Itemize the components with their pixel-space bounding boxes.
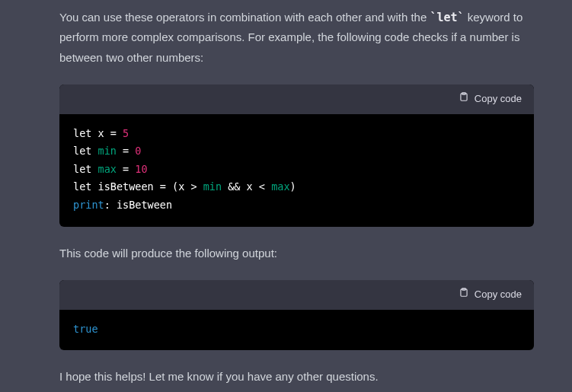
code-token: min bbox=[203, 180, 222, 193]
copy-code-button[interactable]: Copy code bbox=[59, 280, 534, 310]
code-block-2: Copy code true bbox=[59, 280, 534, 350]
code-token bbox=[91, 163, 97, 175]
code-token: let bbox=[73, 145, 91, 157]
code-token: max bbox=[271, 180, 289, 193]
code-token: ) bbox=[290, 180, 296, 193]
copy-code-button[interactable]: Copy code bbox=[59, 84, 534, 114]
code-token: isBetween = (x > bbox=[91, 180, 203, 193]
outro-paragraph: I hope this helps! Let me know if you ha… bbox=[59, 367, 534, 387]
code-token: 10 bbox=[135, 163, 147, 175]
code-token: let bbox=[73, 163, 91, 175]
code-token: : isBetween bbox=[104, 199, 172, 211]
code-content-1: let x = 5 let min = 0 let max = 10 let i… bbox=[59, 114, 534, 227]
code-content-2: true bbox=[59, 310, 534, 351]
code-token: let bbox=[73, 127, 91, 139]
code-token: true bbox=[73, 323, 98, 335]
intro-text-part1: You can use these operators in combinati… bbox=[59, 11, 430, 24]
intro-paragraph: You can use these operators in combinati… bbox=[59, 8, 534, 68]
inline-code-let: `let` bbox=[430, 11, 464, 24]
code-token: 5 bbox=[123, 127, 129, 139]
mid-paragraph: This code will produce the following out… bbox=[59, 244, 534, 263]
code-token: print bbox=[73, 199, 104, 211]
code-token: min bbox=[98, 145, 117, 157]
code-token: let bbox=[73, 180, 91, 193]
code-token: && x < bbox=[222, 180, 271, 193]
clipboard-icon bbox=[459, 286, 469, 304]
code-token: x = bbox=[91, 127, 123, 139]
clipboard-icon bbox=[459, 91, 469, 108]
copy-code-label: Copy code bbox=[475, 286, 522, 304]
code-token bbox=[91, 145, 97, 157]
code-token: = bbox=[117, 163, 135, 175]
code-token: = bbox=[117, 145, 135, 157]
code-token: max bbox=[98, 163, 117, 175]
code-token: 0 bbox=[135, 145, 141, 157]
copy-code-label: Copy code bbox=[475, 91, 522, 108]
code-block-1: Copy code let x = 5 let min = 0 let max … bbox=[59, 84, 534, 227]
